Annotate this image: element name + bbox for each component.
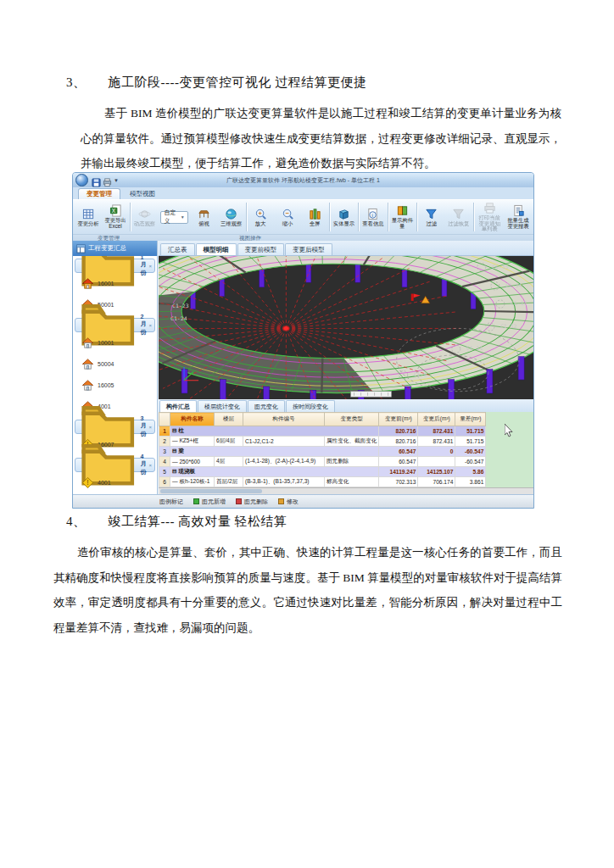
- quantity-table: 构件名称楼层构件编号变更类型变更前(m³)变更后(m³)量差(m³) 1⊟ 柱8…: [159, 412, 486, 498]
- view-tab-模型明细[interactable]: 模型明细: [196, 243, 237, 255]
- column-header-楼层[interactable]: 楼层: [215, 413, 243, 426]
- tree-group-1月份[interactable]: 1月份×: [75, 259, 155, 273]
- toolbar-button-批量生成变更报表[interactable]: 批量生成变更报表: [505, 201, 532, 233]
- toolbar-button-过滤恢复: 过滤恢复: [445, 201, 472, 233]
- tree-item-4001[interactable]: !4001: [73, 472, 157, 493]
- toolbar-button-全屏[interactable]: 全屏: [301, 201, 328, 233]
- toolbar-button-三维观察[interactable]: 三维观察: [218, 201, 245, 233]
- table-row-6[interactable]: 6— 板h-120板-1首层/2层(B-3,B-1)、(B1-35,7,37,3…: [159, 477, 486, 487]
- table-row-1[interactable]: 1⊟ 柱820.716872.43151.715: [159, 426, 486, 437]
- toolbar-button-打印当前变更通知单列表: 打印当前变更通知单列表: [474, 201, 505, 233]
- axis-label: C1-13: [511, 301, 527, 307]
- view-tab-汇总表[interactable]: 汇总表: [160, 243, 195, 255]
- toolbar-button-放大[interactable]: 放大: [247, 201, 274, 233]
- titlebar[interactable]: ▼ 广联达变更算量软件 环形航站楼变更工程.fwb - 单位工程 1: [73, 173, 533, 187]
- ribbon-tab-bar: 变更管理模型视图: [73, 187, 533, 199]
- column-header-变更类型[interactable]: 变更类型: [325, 413, 379, 426]
- print-icon[interactable]: [103, 175, 112, 185]
- app-window: ▼ 广联达变更算量软件 环形航站楼变更工程.fwb - 单位工程 1 变更管理模…: [72, 172, 534, 509]
- ribbon-tab-0[interactable]: 变更管理: [78, 188, 120, 199]
- section-4-number: 4、: [66, 515, 87, 528]
- section-3-title: 施工阶段----变更管控可视化 过程结算更便捷: [109, 75, 367, 89]
- tree-panel-header[interactable]: 工程变更汇总: [73, 241, 157, 256]
- table-row-3[interactable]: 3⊟ 梁60.5470-60.547: [159, 447, 486, 457]
- toolbar-button-label: 变更分析: [77, 221, 98, 227]
- quantity-tab-bar: 构件汇总楼层统计变化图元变化按时间段变化: [159, 399, 533, 412]
- legend-color-icon: [278, 498, 284, 504]
- toolbar-button-俯视[interactable]: 俯视: [191, 201, 218, 233]
- quantity-tab-构件汇总[interactable]: 构件汇总: [159, 400, 197, 412]
- report-icon: [512, 204, 525, 217]
- legend-item-图元新增: 图元新增: [193, 498, 226, 506]
- tree-item-10001[interactable]: 10001: [73, 332, 157, 353]
- ribbon-tab-1[interactable]: 模型视图: [122, 189, 163, 199]
- column-header-构件编号[interactable]: 构件编号: [243, 413, 325, 426]
- axis-label: C1-15: [492, 264, 509, 270]
- section-3-paragraph: 基于 BIM 造价模型的广联达变更算量软件是以施工过程和竣工结算的变更单计量业务…: [81, 101, 561, 176]
- table-row-2[interactable]: 2— KZ5+框6层/4层C1-J2,C1-2属性变化、截面变化820.7168…: [159, 437, 486, 447]
- ribbon-toolbar: 变更分析X变更导出Excel动态观察自定义▼俯视三维观察放大缩小全屏实体显示i查…: [73, 199, 533, 235]
- house-icon: [81, 379, 94, 392]
- column-header-量差(m³)[interactable]: 量差(m³): [455, 413, 486, 426]
- toolbar-button-label: 显示构件量: [391, 218, 413, 230]
- view-tab-变更前模型[interactable]: 变更前模型: [237, 243, 285, 255]
- tree-panel-title: 工程变更汇总: [88, 244, 126, 253]
- toolbar-button-实体显示[interactable]: 实体显示: [330, 201, 357, 233]
- tree-group-3月份[interactable]: 3月份×: [75, 420, 155, 434]
- axis-label: C1-12: [500, 324, 517, 330]
- column-header-变更后(m³)[interactable]: 变更后(m³): [418, 413, 455, 426]
- view-preset-dropdown[interactable]: 自定义▼: [160, 211, 187, 224]
- column-header-变更前(m³)[interactable]: 变更前(m³): [379, 413, 418, 426]
- axis-label: C1-23: [172, 303, 189, 309]
- tree-item-50004[interactable]: 50004: [73, 353, 157, 375]
- house-icon: [81, 337, 94, 349]
- section-4-heading: 4、竣工结算--- 高效对量 轻松结算: [66, 514, 287, 530]
- table-row-5[interactable]: 5⊟ 现浇板14119.24714125.1075.86: [159, 467, 486, 477]
- 3d-viewport[interactable]: C1-15C1-14C1-13C1-12C1-11C1-9C1-23C1-24: [159, 256, 533, 399]
- toolbar-button-过滤[interactable]: 过滤: [418, 201, 445, 233]
- collapse-icon[interactable]: ×: [148, 323, 152, 328]
- toolbar-button-label: 打印当前变更通知单列表: [477, 215, 502, 233]
- collapse-icon[interactable]: ×: [148, 425, 152, 430]
- book-icon: [396, 204, 409, 217]
- print2-icon: [483, 202, 496, 214]
- zoomout-icon: [282, 208, 294, 220]
- legend-item-修改: 修改: [278, 498, 299, 506]
- tree-group-2月份[interactable]: 2月份×: [75, 318, 155, 332]
- app-orb-icon[interactable]: [75, 174, 88, 186]
- table-row-4[interactable]: 4— 250*6004层(1-4,1-28)、(2-A)-(2-4,1-4,9)…: [159, 457, 486, 467]
- toolbar-button-变更分析[interactable]: 变更分析: [75, 201, 102, 233]
- collapse-icon[interactable]: ×: [148, 264, 152, 269]
- funnel-icon: [425, 208, 438, 220]
- tree-group-4月份[interactable]: 4月份×: [75, 458, 155, 472]
- toolbar-button-缩小[interactable]: 缩小: [274, 201, 301, 233]
- collapse-icon[interactable]: ×: [148, 463, 152, 468]
- legend-color-icon: [193, 498, 199, 504]
- axis-label: C1-14: [505, 282, 522, 288]
- toolbar-button-label: 变更导出Excel: [104, 218, 126, 230]
- quantity-tab-图元变化[interactable]: 图元变化: [248, 400, 285, 412]
- window-title: 广联达变更算量软件 环形航站楼变更工程.fwb - 单位工程 1: [73, 176, 533, 185]
- warning-icon: !: [81, 476, 94, 489]
- house-icon: [81, 358, 94, 370]
- column-header-构件名称[interactable]: 构件名称: [170, 413, 215, 426]
- toolbar-button-label: 缩小: [282, 221, 293, 227]
- model-view-tab-bar: 汇总表模型明细变更前模型变更后模型: [159, 241, 533, 256]
- legend-color-icon: [236, 498, 242, 504]
- columns-icon: [309, 208, 321, 220]
- svg-text:X: X: [111, 208, 115, 214]
- tree-item-16001[interactable]: 16001: [73, 273, 157, 294]
- save-icon[interactable]: [92, 175, 101, 185]
- toolbar-button-label: 实体显示: [333, 221, 354, 227]
- toolbar-button-显示构件量[interactable]: 显示构件量: [388, 201, 416, 233]
- toolbar-button-变更导出Excel[interactable]: X变更导出Excel: [102, 201, 129, 233]
- tree-item-16005[interactable]: 16005: [73, 375, 157, 396]
- info-icon: i: [366, 208, 379, 220]
- view-tab-变更后模型[interactable]: 变更后模型: [285, 243, 332, 255]
- quantity-tab-按时间段变化[interactable]: 按时间段变化: [286, 400, 335, 412]
- toolbar-button-查看信息[interactable]: i查看信息: [360, 201, 387, 233]
- quantity-tab-楼层统计变化[interactable]: 楼层统计变化: [198, 400, 247, 412]
- axis-label: C1-24: [170, 315, 187, 321]
- cube-icon: [338, 208, 350, 220]
- qat-caret-icon[interactable]: ▼: [114, 178, 119, 183]
